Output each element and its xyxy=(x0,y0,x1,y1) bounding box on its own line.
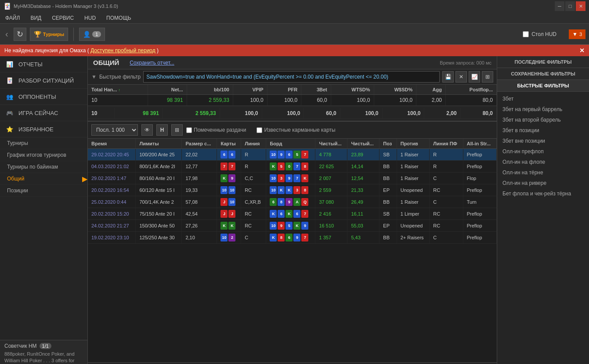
nav-back-button[interactable]: ‹ xyxy=(4,29,10,39)
alert-close-button[interactable]: ✕ xyxy=(579,47,585,54)
col-cards[interactable]: Карты xyxy=(217,139,241,149)
menu-file[interactable]: ФАЙЛ xyxy=(4,14,22,22)
sidebar-sub-tournament-buyin[interactable]: Турниры по байинам xyxy=(0,161,87,173)
col-linepf[interactable]: Линия ПФ xyxy=(430,139,463,149)
col-line[interactable]: Линия xyxy=(241,139,266,149)
quick-filter-5[interactable]: Олл-ин префлоп xyxy=(497,146,589,157)
sidebar-sub-tournament-graph[interactable]: График итогов турниров xyxy=(0,149,87,161)
col-wssd[interactable]: W$SD% xyxy=(374,85,416,95)
col-pfr[interactable]: PFR xyxy=(267,85,301,95)
col-bb100[interactable]: bb/100 xyxy=(187,85,233,95)
hands-count-select[interactable]: Посл. 100 Посл. 1 000 Посл. 10 000 Все xyxy=(91,124,138,136)
cell-size: 17,98 xyxy=(182,173,217,184)
quick-filter-7[interactable]: Олл-ин на тёрне xyxy=(497,167,589,178)
marked-checkbox[interactable] xyxy=(186,127,192,133)
col-net1[interactable]: Чистый... xyxy=(315,139,347,149)
table-row[interactable]: 04.03.2020 21:02 800/1,6K Ante 2I 12,77 … xyxy=(88,161,497,173)
col-postflop[interactable]: Postflop... xyxy=(445,85,496,95)
sidebar-sub-general[interactable]: Общий ▶ xyxy=(0,173,87,185)
cell-limits: 75/150 Ante 20 I xyxy=(136,208,182,220)
col-board[interactable]: Борд xyxy=(266,139,315,149)
refresh-button[interactable]: ↻ xyxy=(14,28,26,41)
menu-view[interactable]: ВИД xyxy=(29,14,43,22)
sidebar-item-favorites[interactable]: ⭐ ИЗБРАННОЕ xyxy=(0,121,87,137)
cell-net1: 2 559 xyxy=(315,184,347,196)
table-row[interactable]: 25.02.2020 0:44 700/1,4K Ante 2 57,08 J1… xyxy=(88,196,497,208)
sidebar-sub-tournaments[interactable]: Турниры xyxy=(0,137,87,149)
cell-limits: 80/160 Ante 20 I xyxy=(136,173,182,184)
trial-link[interactable]: Доступен пробный период xyxy=(90,47,155,54)
maximize-button[interactable]: □ xyxy=(565,1,575,11)
stats-postflop: 80,0 xyxy=(445,95,496,106)
col-agg[interactable]: Agg xyxy=(416,85,446,95)
cell-against: 2+ Raisers xyxy=(397,232,430,244)
hud-checkbox[interactable] xyxy=(523,31,529,37)
tab-recent-filters[interactable]: ПОСЛЕДНИЕ ФИЛЬТРЫ xyxy=(497,56,589,68)
cell-pos: EP xyxy=(379,220,397,232)
sidebar-sub-positions[interactable]: Позиции xyxy=(0,185,87,197)
quick-filter-9[interactable]: Бет флопа и чек-рейз тёрна xyxy=(497,188,589,199)
table-row[interactable]: 19.02.2020 23:10 125/250 Ante 30 2,10 10… xyxy=(88,232,497,244)
grid-button[interactable]: ⊞ xyxy=(171,124,183,136)
cell-limits: 125/250 Ante 30 xyxy=(136,232,182,244)
col-net2[interactable]: Чистый... xyxy=(347,139,379,149)
sidebar-item-opponents[interactable]: 👥 ОППОНЕНТЫ xyxy=(0,89,87,105)
tournaments-button[interactable]: Турниры xyxy=(30,28,69,41)
save-report-link[interactable]: Сохранить отчет... xyxy=(130,60,174,66)
close-button[interactable]: ✕ xyxy=(576,1,585,11)
minimize-button[interactable]: ─ xyxy=(555,1,564,11)
filter-chart-button[interactable]: 📈 xyxy=(469,71,480,83)
filter-input[interactable] xyxy=(143,71,440,83)
quick-filter-8[interactable]: Олл-ин на ривере xyxy=(497,178,589,188)
table-row[interactable]: 20.02.2020 15:20 75/150 Ante 20 I 42,54 … xyxy=(88,208,497,220)
quick-filter-1[interactable]: 3бет на первый баррель xyxy=(497,104,589,115)
table-row[interactable]: 20.02.2020 16:54 60/120 Ante 15 I 19,33 … xyxy=(88,184,497,196)
col-wtsd[interactable]: WTSD% xyxy=(331,85,374,95)
h-button[interactable]: H xyxy=(156,124,168,136)
filter-bar: ▼ Быстрые фильтр 💾 ✕ 📈 ⊞ xyxy=(88,69,497,85)
cell-limits: 150/300 Ante 50 xyxy=(136,220,182,232)
filter-save-button[interactable]: 💾 xyxy=(442,71,454,83)
col-allin[interactable]: All-in Str... xyxy=(463,139,496,149)
quick-filter-0[interactable]: 3бет xyxy=(497,94,589,104)
cell-board: 689AQ xyxy=(266,196,315,208)
cell-allin: Flop xyxy=(463,173,496,184)
tab-saved-filters[interactable]: СОХРАНЕННЫЕ ФИЛЬТРЫ xyxy=(497,68,589,80)
col-total-hands[interactable]: Total Han... xyxy=(88,85,148,95)
col-pos[interactable]: Поз xyxy=(379,139,397,149)
col-vpip[interactable]: VPIP xyxy=(233,85,267,95)
table-row[interactable]: 29.02.2020 20:45 100/200 Ante 25 22,02 6… xyxy=(88,149,497,161)
menu-hud[interactable]: HUD xyxy=(83,14,98,22)
cell-cards: 102 xyxy=(217,232,241,244)
cell-allin: Preflop xyxy=(463,149,496,161)
quick-filter-4[interactable]: 3бет вне позиции xyxy=(497,136,589,146)
sidebar-item-situations[interactable]: 🃏 РАЗБОР СИТУАЦИЙ xyxy=(0,72,87,89)
sidebar-opponents-label: ОППОНЕНТЫ xyxy=(18,94,56,100)
eye-button[interactable]: 👁 xyxy=(141,124,153,136)
known-cards-checkbox[interactable] xyxy=(257,127,262,133)
quick-filter-2[interactable]: 3бет на второй баррель xyxy=(497,115,589,125)
cards-icon: 🃏 xyxy=(5,76,14,85)
col-net[interactable]: Net... xyxy=(148,85,187,95)
menu-service[interactable]: СЕРВИС xyxy=(50,14,76,22)
stats-bb100: 2 559,33 xyxy=(187,95,233,106)
menu-help[interactable]: ПОМОЩЬ xyxy=(105,14,133,22)
sidebar-item-reports[interactable]: 📊 ОТЧЕТЫ xyxy=(0,56,87,72)
quick-filter-6[interactable]: Олл-ин на флопе xyxy=(497,157,589,167)
filter-actions: 💾 ✕ 📈 ⊞ xyxy=(442,71,493,83)
table-row[interactable]: 29.02.2020 1:47 80/160 Ante 20 I 17,98 K… xyxy=(88,173,497,184)
filter-expand-button[interactable]: ⊞ xyxy=(482,71,493,83)
col-3bet[interactable]: 3Bet xyxy=(301,85,331,95)
sidebar-item-live[interactable]: 🎮 ИГРА СЕЙЧАС xyxy=(0,105,87,121)
col-against[interactable]: Против xyxy=(397,139,430,149)
col-limits[interactable]: Лимиты xyxy=(136,139,182,149)
table-row[interactable]: 24.02.2020 21:27 150/300 Ante 50 27,26 K… xyxy=(88,220,497,232)
filter-funnel-icon: ▼ xyxy=(91,74,97,80)
stack-button[interactable]: ▼ 3 xyxy=(569,29,585,39)
players-button[interactable]: 1 xyxy=(79,28,105,41)
col-size[interactable]: Размер с... xyxy=(182,139,217,149)
quick-filter-3[interactable]: 3бет в позиции xyxy=(497,125,589,136)
tab-quick-filters[interactable]: БЫСТРЫЕ ФИЛЬТРЫ xyxy=(497,80,589,92)
filter-clear-button[interactable]: ✕ xyxy=(455,71,467,83)
col-time[interactable]: Время xyxy=(88,139,136,149)
